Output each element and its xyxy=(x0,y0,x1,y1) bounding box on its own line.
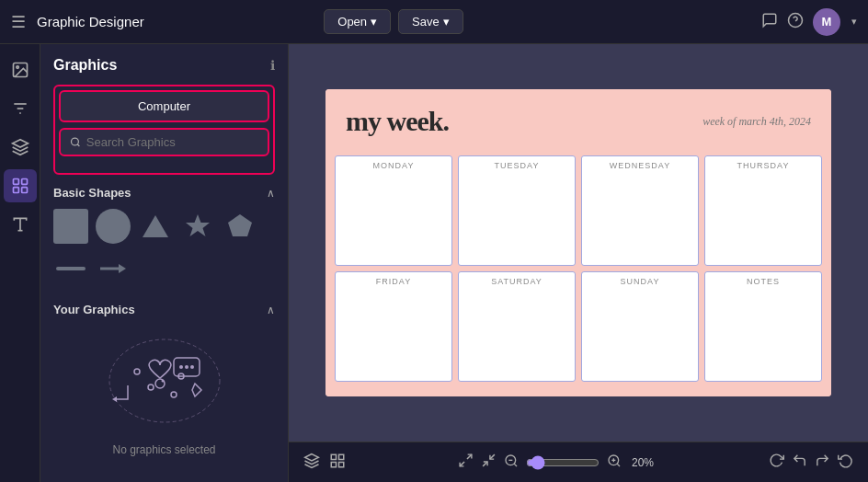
rail-layers-icon[interactable] xyxy=(4,131,37,164)
icon-rail xyxy=(0,44,40,482)
shape-arrow[interactable] xyxy=(96,251,131,286)
side-panel: Graphics ℹ Computer Basic Shapes ∧ xyxy=(40,44,289,482)
svg-point-31 xyxy=(148,384,154,390)
planner-body-wednesday xyxy=(582,173,698,265)
planner-day-thursday: THURSDAY xyxy=(705,156,821,173)
svg-marker-16 xyxy=(143,215,168,237)
shape-pentagon[interactable] xyxy=(223,209,257,244)
history-button[interactable] xyxy=(838,453,853,472)
svg-rect-37 xyxy=(331,462,336,466)
planner-body-friday xyxy=(336,289,451,381)
chat-icon-button[interactable] xyxy=(761,12,778,32)
basic-shapes-chevron[interactable]: ∧ xyxy=(267,187,275,200)
planner-cell-tuesday: TUESDAY xyxy=(458,155,576,266)
zoom-percent: 20% xyxy=(629,456,657,469)
undo-button[interactable] xyxy=(792,453,807,472)
planner-cell-wednesday: WEDNESDAY xyxy=(581,155,699,266)
your-graphics-chevron[interactable]: ∧ xyxy=(267,304,275,316)
planner-title: my week. xyxy=(346,106,449,137)
canvas-scroll[interactable]: my week. week of march 4th, 2024 MONDAY … xyxy=(289,44,868,442)
shapes-grid xyxy=(53,209,275,286)
planner: my week. week of march 4th, 2024 MONDAY … xyxy=(326,89,831,396)
svg-rect-19 xyxy=(56,267,86,270)
computer-button[interactable]: Computer xyxy=(59,90,269,122)
planner-cell-thursday: THURSDAY xyxy=(704,155,822,266)
compress-button[interactable] xyxy=(481,453,497,472)
panel-title: Graphics xyxy=(53,57,117,74)
planner-row-2: FRIDAY SATURDAY SUNDAY NOTES xyxy=(335,271,822,382)
planner-cell-notes: NOTES xyxy=(704,271,822,382)
panel-info-icon[interactable]: ℹ xyxy=(270,58,275,73)
layers-button[interactable] xyxy=(303,453,320,473)
planner-body-notes xyxy=(705,289,821,381)
menu-icon[interactable]: ☰ xyxy=(11,12,26,32)
planner-day-monday: MONDAY xyxy=(336,156,451,173)
svg-line-42 xyxy=(490,454,495,459)
help-icon-button[interactable] xyxy=(787,12,804,32)
graphics-placeholder-image xyxy=(100,326,229,436)
zoom-slider[interactable] xyxy=(526,455,600,470)
svg-marker-17 xyxy=(186,214,210,236)
redo-button[interactable] xyxy=(815,453,830,472)
shape-square[interactable] xyxy=(53,209,88,244)
basic-shapes-title: Basic Shapes xyxy=(53,186,131,200)
search-bar[interactable] xyxy=(59,128,269,156)
planner-day-notes: NOTES xyxy=(705,272,821,289)
planner-row-1: MONDAY TUESDAY WEDNESDAY THURSDAY xyxy=(335,155,822,266)
rail-graphics-icon[interactable] xyxy=(4,169,37,202)
svg-point-3 xyxy=(16,66,17,69)
bottom-left xyxy=(303,453,346,473)
planner-subtitle: week of march 4th, 2024 xyxy=(702,115,811,129)
svg-point-32 xyxy=(171,392,177,397)
bottom-center: 20% xyxy=(458,453,657,472)
svg-marker-28 xyxy=(112,396,117,402)
svg-rect-38 xyxy=(339,462,344,466)
zoom-out-button[interactable] xyxy=(504,453,519,472)
svg-rect-9 xyxy=(21,179,27,185)
svg-rect-35 xyxy=(331,454,336,459)
svg-point-25 xyxy=(179,365,183,369)
topbar-icons: M ▾ xyxy=(761,8,857,36)
shape-circle[interactable] xyxy=(96,209,131,244)
planner-day-friday: FRIDAY xyxy=(336,272,451,289)
avatar[interactable]: M xyxy=(813,8,840,36)
svg-line-39 xyxy=(467,454,472,459)
planner-day-tuesday: TUESDAY xyxy=(459,156,575,173)
search-input[interactable] xyxy=(86,135,258,149)
svg-line-15 xyxy=(77,144,79,146)
grid-button[interactable] xyxy=(329,453,346,473)
rail-filter-icon[interactable] xyxy=(4,92,37,125)
svg-rect-36 xyxy=(339,454,344,459)
svg-marker-21 xyxy=(119,264,126,273)
shape-line[interactable] xyxy=(53,251,88,286)
open-button[interactable]: Open ▾ xyxy=(324,9,391,34)
rotate-button[interactable] xyxy=(769,453,784,472)
rail-image-icon[interactable] xyxy=(4,53,37,86)
fullscreen-button[interactable] xyxy=(458,453,474,472)
your-graphics-section: No graphics selected xyxy=(53,326,275,456)
shape-star[interactable] xyxy=(180,209,215,244)
shape-triangle[interactable] xyxy=(138,209,173,244)
planner-body-monday xyxy=(336,173,451,265)
planner-body-tuesday xyxy=(459,173,575,265)
no-graphics-text: No graphics selected xyxy=(112,443,215,456)
canvas-area: my week. week of march 4th, 2024 MONDAY … xyxy=(289,44,868,482)
basic-shapes-header: Basic Shapes ∧ xyxy=(53,186,275,200)
topbar-center: Open ▾ Save ▾ xyxy=(324,9,463,34)
main-layout: Graphics ℹ Computer Basic Shapes ∧ xyxy=(0,44,868,482)
svg-point-22 xyxy=(109,339,220,422)
svg-rect-8 xyxy=(13,179,18,185)
planner-body-saturday xyxy=(459,289,575,381)
planner-cell-friday: FRIDAY xyxy=(335,271,452,382)
avatar-chevron[interactable]: ▾ xyxy=(851,16,857,28)
bottom-bar: 20% xyxy=(289,442,868,482)
rail-text-icon[interactable] xyxy=(4,208,37,241)
save-button[interactable]: Save ▾ xyxy=(398,9,463,34)
planner-header: my week. week of march 4th, 2024 xyxy=(326,89,831,150)
planner-body-thursday xyxy=(705,173,821,265)
zoom-in-button[interactable] xyxy=(607,453,622,472)
planner-day-saturday: SATURDAY xyxy=(459,272,575,289)
panel-header: Graphics ℹ xyxy=(53,57,275,74)
svg-rect-11 xyxy=(21,188,27,193)
planner-cell-sunday: SUNDAY xyxy=(581,271,699,382)
